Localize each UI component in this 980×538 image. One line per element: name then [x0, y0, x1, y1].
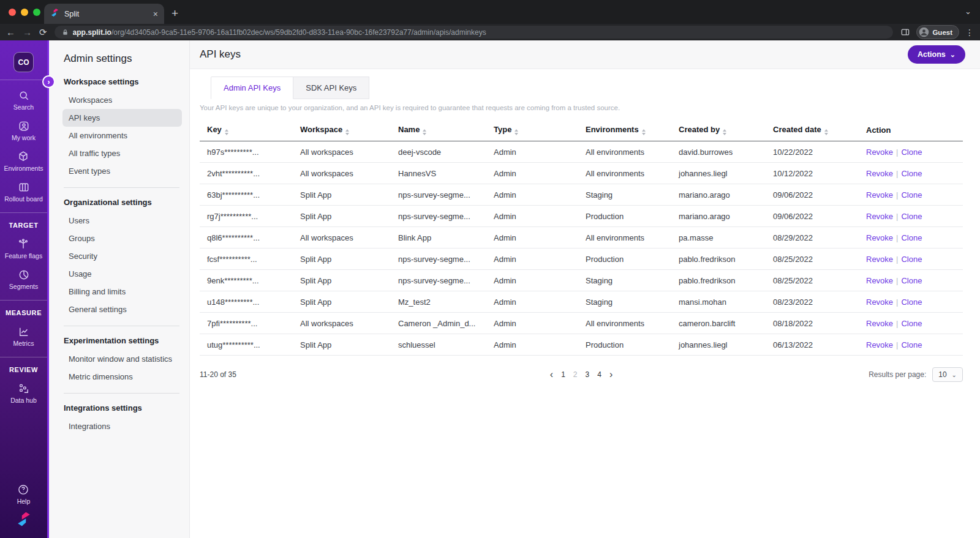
- next-page-icon[interactable]: ›: [609, 369, 612, 380]
- sidebar-item-api-keys[interactable]: API keys: [62, 109, 182, 127]
- help-icon: [17, 484, 29, 496]
- sort-icon[interactable]: [723, 129, 726, 135]
- clone-link[interactable]: Clone: [901, 169, 922, 178]
- back-icon[interactable]: ←: [6, 28, 15, 37]
- col-header-created-date[interactable]: Created date: [766, 120, 859, 141]
- sidebar-item-integrations[interactable]: Integrations: [62, 417, 182, 435]
- sidebar-item-event-types[interactable]: Event types: [62, 162, 182, 180]
- sort-icon[interactable]: [225, 129, 228, 135]
- workspace-badge[interactable]: CO: [13, 52, 34, 72]
- new-tab-button[interactable]: +: [172, 7, 178, 20]
- cell-created-date: 10/22/2022: [766, 141, 859, 163]
- page-number-3[interactable]: 3: [586, 370, 590, 379]
- revoke-link[interactable]: Revoke: [866, 190, 893, 200]
- cell-created-by: cameron.barclift: [671, 313, 766, 334]
- sidebar-item-data-hub[interactable]: Data hub: [10, 383, 37, 404]
- sidebar-item-security[interactable]: Security: [62, 247, 182, 265]
- clone-link[interactable]: Clone: [901, 276, 922, 285]
- clone-link[interactable]: Clone: [901, 148, 922, 157]
- revoke-link[interactable]: Revoke: [866, 319, 893, 328]
- sidebar-item-billing-and-limits[interactable]: Billing and limits: [62, 283, 182, 301]
- prev-page-icon[interactable]: ‹: [550, 369, 553, 380]
- col-header-type[interactable]: Type: [486, 120, 578, 141]
- sidebar-item-my-work[interactable]: My work: [12, 120, 36, 141]
- revoke-link[interactable]: Revoke: [866, 276, 893, 285]
- feature-flags-icon: [17, 238, 29, 250]
- divider: [64, 187, 179, 188]
- cell-created-by: david.burrowes: [671, 141, 766, 163]
- tab-admin-api-keys[interactable]: Admin API Keys: [211, 77, 293, 99]
- revoke-link[interactable]: Revoke: [866, 233, 893, 242]
- sidebar-item-metric-dimensions[interactable]: Metric dimensions: [62, 368, 182, 386]
- tab-sdk-api-keys[interactable]: SDK API Keys: [293, 77, 369, 99]
- clone-link[interactable]: Clone: [901, 340, 922, 349]
- sort-icon[interactable]: [642, 129, 646, 135]
- col-header-workspace[interactable]: Workspace: [293, 120, 391, 141]
- sidebar-expander-button[interactable]: ›: [42, 75, 55, 88]
- sidebar-item-search[interactable]: Search: [13, 89, 34, 111]
- sidebar-item-metrics[interactable]: Metrics: [13, 326, 34, 347]
- sidebar-item-users[interactable]: Users: [62, 212, 182, 230]
- tab-title: Split: [64, 10, 148, 18]
- col-header-created-by[interactable]: Created by: [671, 120, 766, 141]
- cell-environments: All environments: [578, 313, 671, 334]
- cell-created-date: 08/23/2022: [766, 291, 859, 313]
- sidebar-item-groups[interactable]: Groups: [62, 230, 182, 247]
- clone-link[interactable]: Clone: [901, 319, 922, 328]
- traffic-light-close[interactable]: [9, 9, 16, 16]
- traffic-light-zoom[interactable]: [33, 9, 40, 16]
- clone-link[interactable]: Clone: [901, 212, 922, 221]
- sidebar-item-usage[interactable]: Usage: [62, 265, 182, 283]
- sidebar-item-help[interactable]: Help: [17, 484, 31, 505]
- browser-tab[interactable]: Split ×: [44, 4, 164, 24]
- revoke-link[interactable]: Revoke: [866, 169, 893, 178]
- reload-icon[interactable]: ⟳: [39, 28, 47, 37]
- group-heading-experimentation: Experimentation settings: [64, 336, 182, 345]
- sidebar-item-all-environments[interactable]: All environments: [62, 127, 182, 144]
- col-header-key[interactable]: Key: [200, 120, 293, 141]
- cell-environments: Production: [578, 334, 671, 356]
- sort-icon[interactable]: [423, 129, 426, 135]
- actions-button[interactable]: Actions ⌄: [908, 45, 965, 64]
- cell-key: 7pfi**********...: [200, 313, 293, 334]
- col-header-environments[interactable]: Environments: [578, 120, 671, 141]
- sidebar-item-all-traffic-types[interactable]: All traffic types: [62, 144, 182, 162]
- sidebar-item-workspaces[interactable]: Workspaces: [62, 91, 182, 109]
- sort-icon[interactable]: [345, 129, 349, 135]
- sort-icon[interactable]: [514, 129, 518, 135]
- tab-close-icon[interactable]: ×: [153, 9, 158, 19]
- sidebar-item-environments[interactable]: Environments: [4, 151, 43, 172]
- revoke-link[interactable]: Revoke: [866, 212, 893, 221]
- clone-link[interactable]: Clone: [901, 190, 922, 200]
- traffic-light-minimize[interactable]: [21, 9, 28, 16]
- revoke-link[interactable]: Revoke: [866, 340, 893, 349]
- sidebar-item-general-settings[interactable]: General settings: [62, 301, 182, 318]
- sidebar-item-feature-flags[interactable]: Feature flags: [5, 238, 42, 260]
- sidebar-item-segments[interactable]: Metrics Segments: [9, 269, 38, 290]
- col-header-name[interactable]: Name: [391, 120, 486, 141]
- clone-link[interactable]: Clone: [901, 297, 922, 307]
- browser-menu-icon[interactable]: ⋮: [965, 28, 974, 37]
- table-row: utug**********... Split App schluessel A…: [200, 334, 963, 356]
- clone-link[interactable]: Clone: [901, 255, 922, 264]
- cell-created-date: 08/18/2022: [766, 313, 859, 334]
- sort-icon[interactable]: [824, 129, 828, 135]
- sidebar-item-rollout-board[interactable]: Rollout board: [4, 181, 42, 203]
- cell-workspace: All workspaces: [293, 227, 391, 248]
- cell-type: Admin: [486, 141, 578, 163]
- clone-link[interactable]: Clone: [901, 233, 922, 242]
- cell-name: HannesVS: [391, 163, 486, 184]
- profile-chip[interactable]: Guest: [916, 25, 959, 39]
- tab-search-chevron-icon[interactable]: ⌄: [965, 7, 971, 16]
- revoke-link[interactable]: Revoke: [866, 297, 893, 307]
- forward-icon[interactable]: →: [23, 28, 32, 37]
- revoke-link[interactable]: Revoke: [866, 148, 893, 157]
- cell-environments: All environments: [578, 163, 671, 184]
- cell-environments: Staging: [578, 184, 671, 206]
- url-bar[interactable]: app.split.io/org/4d3405a0-9ca5-11e5-9706…: [55, 26, 894, 39]
- page-number-1[interactable]: 1: [561, 370, 565, 379]
- revoke-link[interactable]: Revoke: [866, 255, 893, 264]
- side-panel-icon[interactable]: [900, 28, 910, 37]
- page-number-4[interactable]: 4: [597, 370, 601, 379]
- sidebar-item-monitor-window[interactable]: Monitor window and statistics: [62, 350, 182, 368]
